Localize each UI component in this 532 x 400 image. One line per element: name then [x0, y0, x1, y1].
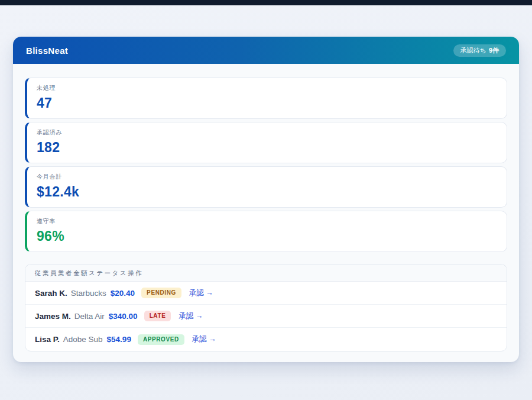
stat-card-compliance-rate: 遵守率 96%: [25, 211, 507, 252]
stat-value: $12.4k: [37, 183, 497, 201]
stat-label: 承認済み: [37, 129, 497, 136]
stat-value: 96%: [37, 227, 497, 245]
col-employee: 従業員: [35, 269, 58, 276]
approve-link[interactable]: 承認 →: [179, 311, 203, 321]
approve-link[interactable]: 承認 →: [192, 334, 216, 344]
status-badge: LATE: [144, 311, 171, 321]
browser-top-bar: [0, 0, 532, 5]
table-column-headers: 従業員業者金額ステータス操作: [25, 264, 507, 282]
expense-table: 従業員業者金額ステータス操作 Sarah K. Starbucks $20.40…: [25, 264, 507, 351]
expense-amount: $20.40: [111, 289, 135, 298]
employee-name: Sarah K.: [35, 289, 67, 298]
stat-value: 182: [37, 138, 497, 156]
stat-card-approved: 承認済み 182: [25, 122, 507, 163]
stat-label: 今月合計: [37, 173, 497, 180]
app-header: BlissNeat 承認待ち 9件: [13, 37, 519, 64]
vendor-name: Adobe Sub: [63, 335, 103, 344]
col-amount: 金額: [73, 269, 89, 276]
stat-label: 未処理: [37, 85, 497, 92]
stats-section: 未処理 47 承認済み 182 今月合計 $12.4k 遵守率 96%: [13, 64, 519, 252]
table-row: Lisa P. Adobe Sub $54.99 APPROVED 承認 →: [25, 328, 507, 351]
status-badge: PENDING: [141, 288, 181, 298]
pending-count-label: 承認待ち: [460, 47, 486, 54]
col-status: ステータス: [89, 269, 128, 276]
pending-count-badge: 承認待ち 9件: [453, 44, 506, 57]
stat-value: 47: [37, 94, 497, 112]
stat-label: 遵守率: [37, 218, 497, 225]
status-badge: APPROVED: [138, 334, 184, 345]
employee-name: Lisa P.: [35, 335, 60, 344]
brand-title: BlissNeat: [26, 46, 68, 56]
table-row: Sarah K. Starbucks $20.40 PENDING 承認 →: [25, 282, 507, 305]
expense-amount: $340.00: [109, 312, 138, 321]
expense-amount: $54.99: [107, 335, 131, 344]
stat-card-month-total: 今月合計 $12.4k: [25, 166, 507, 208]
col-action: 操作: [128, 269, 143, 276]
vendor-name: Delta Air: [74, 312, 105, 321]
pending-count-value: 9件: [489, 47, 499, 54]
stat-card-unprocessed: 未処理 47: [25, 78, 507, 119]
col-vendor: 業者: [58, 269, 73, 276]
employee-name: James M.: [35, 312, 71, 321]
vendor-name: Starbucks: [71, 289, 106, 298]
table-row: James M. Delta Air $340.00 LATE 承認 →: [25, 305, 507, 328]
dashboard-card: BlissNeat 承認待ち 9件 未処理 47 承認済み 182 今月合計 $…: [13, 37, 519, 362]
approve-link[interactable]: 承認 →: [189, 288, 213, 298]
